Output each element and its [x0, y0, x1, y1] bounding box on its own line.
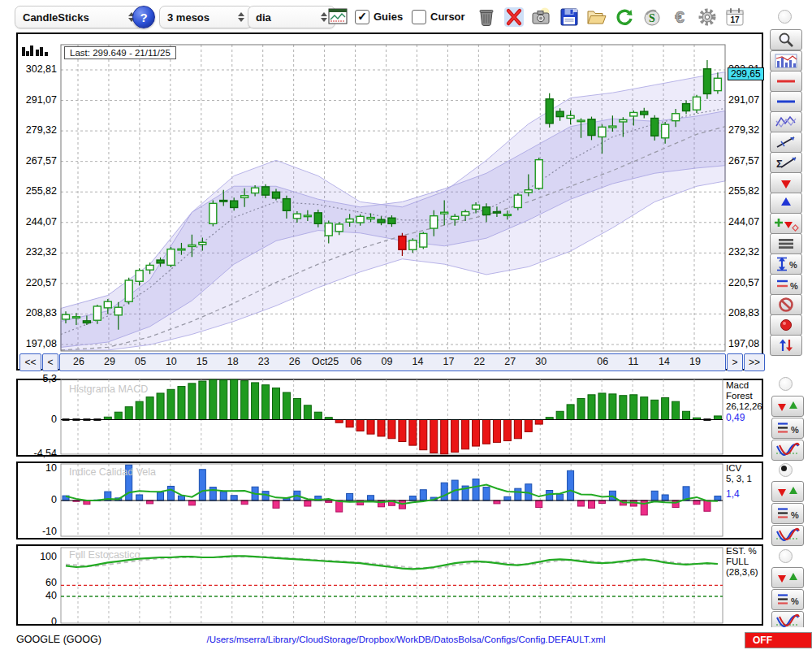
stoch-levels-percent-button[interactable]: % — [771, 589, 804, 610]
date-label: 18 — [217, 356, 249, 367]
refresh-icon — [614, 6, 635, 28]
y-axis-label: 267,57 — [18, 155, 57, 167]
zoom-icon — [773, 32, 799, 48]
forbid-tool-button[interactable] — [770, 294, 802, 315]
icv-levels-percent-button[interactable]: % — [771, 503, 804, 524]
arrow-up-icon — [773, 195, 799, 211]
y-axis-label: 100 — [18, 551, 57, 562]
mini-chart-button[interactable] — [328, 8, 348, 24]
svg-text:%: % — [789, 260, 797, 270]
euro-icon: € — [669, 6, 690, 28]
toolbar-radio[interactable] — [778, 10, 792, 24]
config-path-label: /Users/mserra/Library/CloudStorage/Dropb… — [122, 635, 690, 644]
euro-button[interactable]: € — [667, 5, 693, 29]
sum-trendline-tool-button[interactable]: Σ — [770, 152, 802, 173]
lines-percent-tool-button[interactable]: % — [770, 274, 802, 295]
add-signal-tool-button[interactable] — [770, 213, 802, 234]
guies-checkbox[interactable]: ✓ — [355, 10, 369, 24]
save-floppy-icon — [559, 7, 579, 27]
arrow-up-tool-button[interactable] — [770, 193, 802, 214]
date-label: 06 — [586, 356, 619, 367]
icv-curves-button[interactable] — [771, 525, 804, 546]
sum-trendline-icon: Σ — [773, 154, 799, 171]
icv-current-value: 1,4 — [726, 489, 763, 500]
zoom-tool-button[interactable] — [770, 29, 802, 50]
arrow-down-tool-button[interactable] — [770, 172, 802, 193]
list-tool-button[interactable] — [770, 233, 802, 254]
label-line: Forest — [726, 391, 763, 401]
icv-title: Indice Calidad Vela — [69, 466, 156, 478]
date-label: 19 — [679, 356, 711, 367]
nav-first-label: << — [24, 357, 36, 368]
date-label: 14 — [648, 356, 680, 367]
restore-button[interactable]: S — [639, 5, 665, 29]
record-tool-button[interactable] — [770, 314, 802, 336]
nav-last-button[interactable]: >> — [744, 353, 765, 371]
y-axis-label: 40 — [18, 590, 57, 601]
timeframe-select[interactable]: dia — [248, 6, 335, 28]
macd-curves-button[interactable] — [771, 440, 804, 461]
add-signal-icon — [773, 215, 799, 232]
signal-arrows-icon — [775, 570, 801, 586]
save-floppy-button[interactable] — [556, 5, 582, 29]
refresh-button[interactable] — [611, 5, 637, 29]
calendar-button[interactable]: 17 — [722, 5, 748, 29]
stoch-signal-arrows-button[interactable] — [771, 567, 804, 588]
zigzag-tool-button[interactable] — [770, 111, 802, 132]
y-axis-label: -4,54 — [18, 448, 57, 459]
delete-x-button[interactable] — [501, 5, 527, 29]
trendline-icon — [773, 134, 799, 150]
y-axis-label: 197,08 — [728, 338, 764, 349]
open-folder-button[interactable] — [584, 5, 610, 29]
date-label: 29 — [93, 356, 126, 367]
macd-radio[interactable] — [779, 377, 793, 391]
macd-signal-arrows-button[interactable] — [771, 396, 804, 417]
label-line: Macd — [726, 380, 763, 391]
forbid-icon — [773, 297, 799, 313]
stoch-radio[interactable] — [779, 549, 793, 563]
trash-button[interactable] — [473, 5, 499, 29]
y-axis-label: 0 — [18, 414, 57, 425]
icv-radio[interactable] — [779, 463, 793, 477]
indicator-chart-tool-button[interactable] — [770, 50, 802, 72]
blue-horizontal-line-tool-button[interactable] — [770, 91, 802, 112]
nav-first-button[interactable]: << — [19, 353, 41, 371]
range-percent-tool-button[interactable]: % — [770, 254, 802, 275]
nav-last-label: >> — [749, 357, 760, 368]
cursor-checkbox[interactable] — [412, 10, 426, 24]
levels-percent-icon: % — [775, 592, 801, 608]
volume-style-icon — [22, 45, 51, 58]
candlestick-chart[interactable] — [16, 32, 763, 370]
y-axis-label: 279,32 — [18, 124, 57, 136]
settings-gear-icon — [697, 6, 718, 28]
date-label: 26 — [63, 356, 95, 367]
help-button[interactable]: ? — [132, 6, 155, 28]
date-label: 27 — [494, 356, 526, 367]
date-label: 17 — [432, 356, 464, 367]
y-axis-label: -10 — [18, 526, 57, 537]
mini-chart-icon — [328, 8, 348, 24]
y-axis-label: 220,57 — [18, 277, 57, 288]
snapshot-camera-button[interactable] — [529, 5, 555, 29]
red-horizontal-line-tool-button[interactable] — [770, 71, 802, 92]
period-select[interactable]: 3 mesos — [159, 6, 253, 28]
y-axis-label: 232,32 — [18, 246, 57, 258]
date-label: 30 — [525, 356, 557, 367]
nav-prev-button[interactable]: < — [42, 353, 58, 371]
y-axis-label: 220,57 — [728, 277, 764, 288]
macd-params-label: MacdForest26,12,26 — [726, 380, 763, 412]
y-axis-label: 244,07 — [18, 216, 57, 228]
date-axis-strip[interactable]: 2629051015182326Oct250609141722273006111… — [59, 353, 726, 371]
settings-gear-button[interactable] — [694, 5, 720, 29]
nav-prev-label: < — [47, 357, 53, 368]
macd-levels-percent-button[interactable]: % — [771, 418, 804, 439]
off-toggle-button[interactable]: OFF — [745, 632, 812, 648]
chart-type-select[interactable]: CandleSticks — [15, 6, 143, 28]
trendline-tool-button[interactable] — [770, 132, 802, 153]
icv-signal-arrows-button[interactable] — [771, 481, 804, 502]
y-axis-label: 5,3 — [18, 373, 57, 384]
nav-next-button[interactable]: > — [727, 353, 743, 371]
label-line: 26,12,26 — [726, 401, 763, 412]
stoch-params-label: EST. %FULL(28,3,6) — [726, 546, 763, 578]
swap-tool-button[interactable] — [770, 335, 802, 356]
